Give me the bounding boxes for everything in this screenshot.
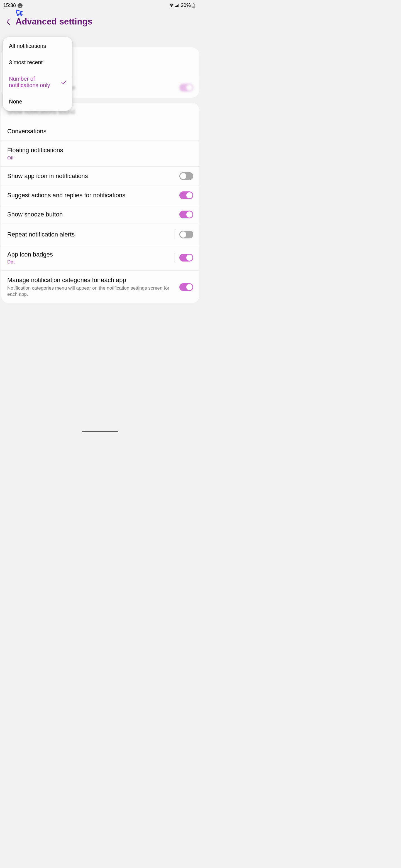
- status-notification-count: 1: [18, 3, 23, 8]
- home-indicator[interactable]: [82, 431, 118, 432]
- row-suggest-actions[interactable]: Suggest actions and replies for notifica…: [1, 186, 199, 205]
- row-title: Suggest actions and replies for notifica…: [7, 191, 176, 199]
- dropdown-item-none[interactable]: None: [3, 93, 73, 110]
- row-title: Show app icon in notifications: [7, 172, 176, 180]
- toggle-battery-percentage[interactable]: [179, 84, 193, 92]
- row-subtitle: Dot: [7, 259, 170, 265]
- vertical-divider: [175, 253, 175, 262]
- toggle-suggest-actions[interactable]: [179, 191, 193, 199]
- dropdown-item-label: 3 most recent: [9, 59, 42, 66]
- row-title: Manage notification categories for each …: [7, 276, 176, 284]
- row-conversations[interactable]: Conversations: [1, 122, 199, 141]
- row-app-icon-badges[interactable]: App icon badges Dot: [1, 245, 199, 271]
- dropdown-item-label: Number of notifications only: [9, 76, 61, 89]
- row-show-app-icon[interactable]: Show app icon in notifications: [1, 167, 199, 186]
- cursor-pointer-icon: [16, 8, 24, 18]
- back-button[interactable]: [6, 18, 10, 26]
- dropdown-item-3-most-recent[interactable]: 3 most recent: [3, 54, 73, 71]
- svg-rect-6: [192, 6, 194, 7]
- row-title: Repeat notification alerts: [7, 230, 170, 239]
- row-subtitle: Off: [7, 155, 190, 161]
- row-title: Show snooze button: [7, 211, 176, 218]
- toggle-show-app-icon[interactable]: [179, 172, 193, 180]
- toggle-show-snooze[interactable]: [179, 211, 193, 218]
- row-description: Notification categories menu will appear…: [7, 285, 176, 298]
- battery-icon: [192, 3, 195, 8]
- card-notifications: Show notifications sound Conversations F…: [1, 103, 199, 303]
- row-title: Conversations: [7, 127, 190, 135]
- toggle-repeat-alerts[interactable]: [179, 230, 193, 239]
- chevron-left-icon: [6, 18, 10, 25]
- dropdown-item-all-notifications[interactable]: All notifications: [3, 38, 73, 54]
- page-title: Advanced settings: [16, 17, 92, 27]
- dropdown-item-number-only[interactable]: Number of notifications only: [3, 71, 73, 93]
- svg-rect-0: [175, 6, 176, 7]
- svg-rect-1: [176, 6, 177, 7]
- row-repeat-alerts[interactable]: Repeat notification alerts: [1, 224, 199, 245]
- toggle-app-icon-badges[interactable]: [179, 254, 193, 261]
- dropdown-item-label: All notifications: [9, 43, 46, 49]
- svg-rect-2: [177, 5, 178, 7]
- row-show-snooze[interactable]: Show snooze button: [1, 205, 199, 224]
- status-time: 15:38: [3, 2, 16, 8]
- vertical-divider: [175, 230, 175, 239]
- row-manage-categories[interactable]: Manage notification categories for each …: [1, 271, 199, 303]
- notification-icons-dropdown: All notifications 3 most recent Number o…: [3, 37, 73, 111]
- svg-rect-5: [193, 3, 194, 4]
- status-left: 15:38 1: [3, 2, 23, 8]
- toggle-manage-categories[interactable]: [179, 283, 193, 291]
- system-status-bar: 15:38 1 30%: [0, 0, 200, 10]
- page-header: Advanced settings: [0, 10, 200, 31]
- battery-percentage: 30%: [181, 2, 191, 8]
- status-right: 30%: [169, 2, 195, 8]
- row-title: App icon badges: [7, 251, 170, 258]
- svg-rect-3: [178, 4, 179, 7]
- row-title: Floating notifications: [7, 146, 190, 154]
- check-icon: [61, 81, 66, 84]
- row-floating-notifications[interactable]: Floating notifications Off: [1, 141, 199, 167]
- signal-icon: [175, 4, 180, 7]
- dropdown-item-label: None: [9, 98, 22, 105]
- wifi-icon: [169, 4, 174, 7]
